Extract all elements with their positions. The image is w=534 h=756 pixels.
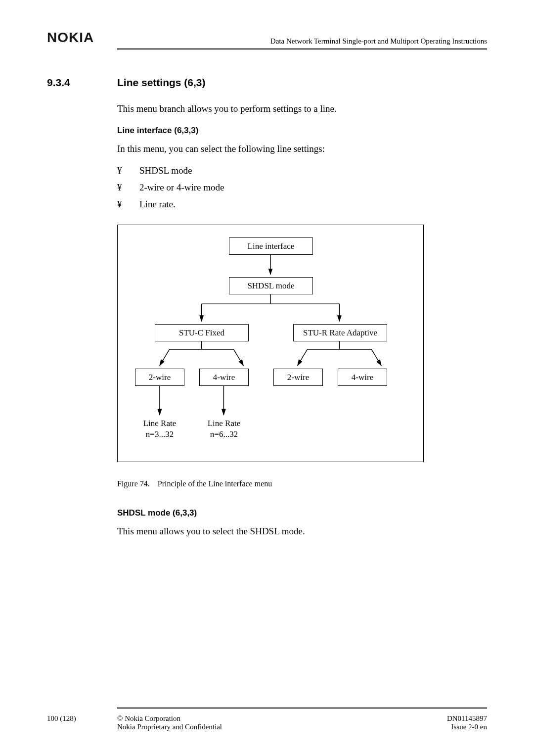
- doc-title: Data Network Terminal Single-port and Mu…: [270, 37, 487, 46]
- svg-line-11: [298, 349, 308, 366]
- list-item: ¥ SHDSL mode: [117, 165, 487, 176]
- bullet-icon: ¥: [117, 165, 139, 176]
- sub-heading-shdsl-mode: SHDSL mode (6,3,3): [117, 508, 487, 518]
- svg-line-8: [233, 349, 243, 366]
- confidential: Nokia Proprietary and Confidential: [117, 723, 447, 731]
- label-line-rate-b-line1: Line Rate: [199, 418, 249, 429]
- label-line-rate-a-line1: Line Rate: [135, 418, 184, 429]
- label-line-rate-b: Line Rate n=6...32: [199, 418, 249, 440]
- bullet-icon: ¥: [117, 199, 139, 210]
- copyright: © Nokia Corporation: [117, 714, 447, 723]
- sub2-text: This menu allows you to select the SHDSL…: [117, 525, 487, 538]
- box-stu-c: STU-C Fixed: [155, 324, 249, 341]
- page-number: 100 (128): [47, 714, 117, 731]
- list-item: ¥ Line rate.: [117, 199, 487, 210]
- issue: Issue 2-0 en: [447, 723, 487, 731]
- box-stu-r: STU-R Rate Adaptive: [293, 324, 387, 341]
- label-line-rate-a: Line Rate n=3...32: [135, 418, 184, 440]
- box-shdsl-mode: SHDSL mode: [229, 277, 313, 294]
- sub-heading-line-interface: Line interface (6,3,3): [117, 126, 487, 136]
- page-footer: 100 (128) © Nokia Corporation Nokia Prop…: [47, 708, 487, 731]
- sub1-intro: In this menu, you can select the followi…: [117, 142, 487, 156]
- list-item: ¥ 2-wire or 4-wire mode: [117, 182, 487, 193]
- box-4wire-right: 4-wire: [338, 369, 387, 386]
- brand-logo: NOKIA: [47, 30, 94, 46]
- section-number: 9.3.4: [47, 77, 117, 89]
- line-interface-diagram: Line interface SHDSL mode STU-C Fixed ST…: [117, 225, 424, 462]
- section-title: Line settings (6,3): [117, 77, 206, 89]
- figure-caption: Figure 74. Principle of the Line interfa…: [117, 479, 487, 488]
- figure-label: Figure 74.: [117, 479, 150, 488]
- footer-rule: [117, 708, 487, 709]
- bullet-text: SHDSL mode: [139, 165, 192, 176]
- svg-line-7: [160, 349, 170, 366]
- box-2wire-right: 2-wire: [273, 369, 323, 386]
- doc-id: DN01145897: [447, 714, 487, 723]
- intro-paragraph: This menu branch allows you to perform s…: [117, 102, 487, 116]
- bullet-text: Line rate.: [139, 199, 176, 210]
- header-rule: [117, 48, 487, 49]
- bullet-text: 2-wire or 4-wire mode: [139, 182, 224, 193]
- box-4wire-left: 4-wire: [199, 369, 249, 386]
- figure-text: Principle of the Line interface menu: [158, 479, 272, 488]
- svg-line-12: [371, 349, 381, 366]
- box-2wire-left: 2-wire: [135, 369, 184, 386]
- bullet-list: ¥ SHDSL mode ¥ 2-wire or 4-wire mode ¥ L…: [117, 165, 487, 210]
- box-line-interface: Line interface: [229, 237, 313, 255]
- label-line-rate-b-line2: n=6...32: [199, 429, 249, 440]
- label-line-rate-a-line2: n=3...32: [135, 429, 184, 440]
- bullet-icon: ¥: [117, 182, 139, 193]
